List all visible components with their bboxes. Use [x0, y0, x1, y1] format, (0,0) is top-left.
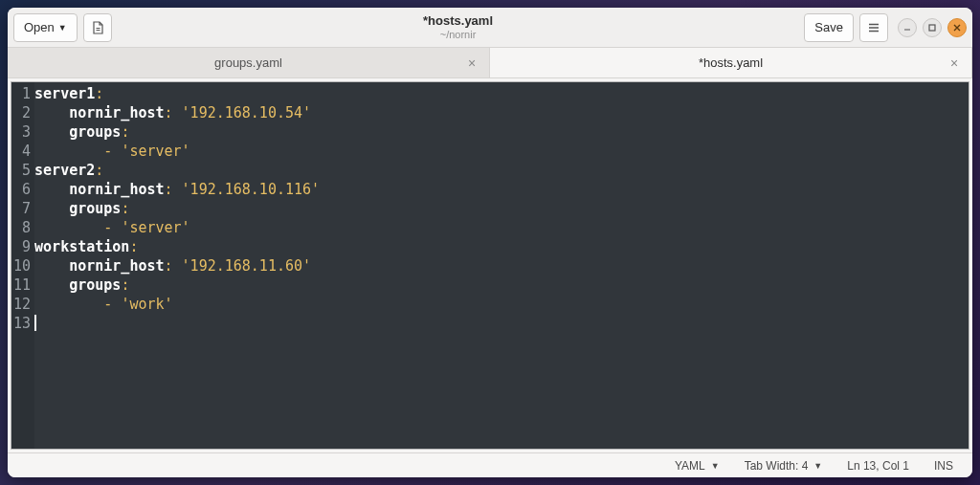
tab-label: groups.yaml: [214, 55, 282, 70]
header-bar: Open ▼ *hosts.yaml ~/nornir Save: [8, 8, 972, 48]
maximize-button[interactable]: [923, 18, 942, 37]
code-area[interactable]: server1: nornir_host: '192.168.10.54' gr…: [34, 82, 969, 449]
line-number: 8: [13, 218, 31, 237]
line-number: 12: [13, 295, 31, 314]
code-line[interactable]: groups:: [34, 276, 969, 295]
window-subtitle: ~/nornir: [118, 29, 799, 40]
save-button[interactable]: Save: [804, 13, 854, 42]
tab-close-button[interactable]: ×: [947, 55, 962, 71]
tab-width-selector[interactable]: Tab Width: 4 ▼: [745, 459, 823, 473]
save-label: Save: [814, 20, 843, 34]
tab-bar: groups.yaml × *hosts.yaml ×: [8, 48, 972, 78]
line-number: 2: [13, 103, 31, 122]
code-line[interactable]: nornir_host: '192.168.11.60': [34, 256, 969, 276]
line-number: 5: [13, 161, 31, 180]
line-number: 10: [13, 256, 31, 276]
insert-mode[interactable]: INS: [934, 459, 953, 473]
chevron-down-icon: ▼: [813, 461, 822, 471]
code-line[interactable]: - 'work': [34, 295, 969, 314]
code-line[interactable]: groups:: [34, 122, 969, 142]
open-label: Open: [24, 20, 55, 34]
cursor-position[interactable]: Ln 13, Col 1: [847, 459, 909, 473]
maximize-icon: [927, 23, 937, 33]
code-line[interactable]: server1:: [34, 84, 969, 103]
line-number: 11: [13, 276, 31, 295]
line-number: 6: [13, 180, 31, 199]
code-line[interactable]: - 'server': [34, 142, 969, 161]
header-center: *hosts.yaml ~/nornir: [118, 14, 799, 39]
code-line[interactable]: workstation:: [34, 237, 969, 256]
tab-width-label: Tab Width: 4: [745, 459, 809, 473]
new-document-button[interactable]: [83, 13, 112, 42]
code-line[interactable]: groups:: [34, 199, 969, 218]
line-number-gutter: 12345678910111213: [11, 82, 34, 449]
header-right: Save: [804, 13, 967, 42]
minimize-button[interactable]: [898, 18, 917, 37]
line-number: 1: [13, 84, 31, 103]
text-cursor: [34, 315, 36, 331]
language-label: YAML: [675, 459, 705, 473]
code-line[interactable]: nornir_host: '192.168.10.54': [34, 103, 969, 122]
code-editor[interactable]: 12345678910111213 server1: nornir_host: …: [11, 81, 969, 450]
line-number: 9: [13, 237, 31, 256]
insert-mode-label: INS: [934, 459, 953, 473]
line-number: 7: [13, 199, 31, 218]
position-label: Ln 13, Col 1: [847, 459, 909, 473]
code-line[interactable]: server2:: [34, 161, 969, 180]
chevron-down-icon: ▼: [58, 23, 67, 33]
status-bar: YAML ▼ Tab Width: 4 ▼ Ln 13, Col 1 INS: [8, 452, 972, 477]
close-button[interactable]: [947, 18, 967, 37]
tab-hosts-yaml[interactable]: *hosts.yaml ×: [490, 48, 972, 77]
hamburger-menu-button[interactable]: [859, 13, 888, 42]
code-line[interactable]: - 'server': [34, 218, 969, 237]
open-button[interactable]: Open ▼: [13, 13, 78, 42]
line-number: 3: [13, 122, 31, 142]
code-line[interactable]: nornir_host: '192.168.10.116': [34, 180, 969, 199]
minimize-icon: [902, 23, 912, 33]
header-left: Open ▼: [13, 13, 112, 42]
chevron-down-icon: ▼: [711, 461, 720, 471]
line-number: 13: [13, 314, 31, 333]
close-icon: [952, 23, 962, 33]
tab-close-button[interactable]: ×: [464, 55, 479, 71]
line-number: 4: [13, 142, 31, 161]
language-selector[interactable]: YAML ▼: [675, 459, 720, 473]
editor-window: Open ▼ *hosts.yaml ~/nornir Save: [8, 8, 972, 477]
svg-rect-0: [929, 25, 935, 31]
new-document-icon: [90, 20, 105, 35]
hamburger-icon: [867, 21, 880, 34]
window-controls: [898, 18, 967, 37]
code-line[interactable]: [34, 314, 969, 333]
tab-groups-yaml[interactable]: groups.yaml ×: [8, 48, 490, 77]
window-title: *hosts.yaml: [118, 14, 799, 28]
tab-label: *hosts.yaml: [699, 55, 763, 70]
